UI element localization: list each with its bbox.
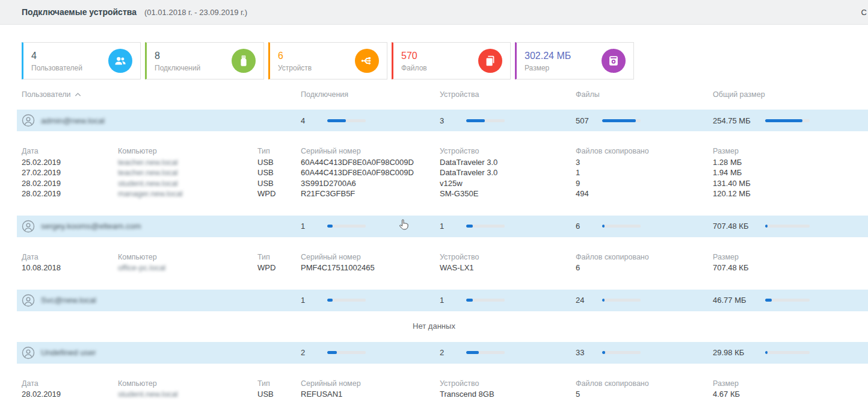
user-row-3[interactable]: Undefined user223329.98 КБ — [17, 342, 868, 364]
column-devices[interactable]: Устройства — [440, 90, 576, 99]
detail-column-6: Размер — [713, 252, 862, 263]
user-cell: sergey.kooms@elteam.com — [22, 220, 301, 233]
detail-files-copied: 494 — [576, 188, 713, 199]
no-data-row: Нет данных — [0, 311, 868, 342]
detail-device: SM-G350E — [440, 188, 576, 199]
detail-computer: manager.new.local — [118, 188, 257, 199]
detail-row: 28.02.2019student.new.localUSBREFUSAN1Tr… — [0, 389, 868, 400]
detail-row: 25.02.2019teacher.new.localUSB60A44C413D… — [0, 157, 868, 168]
summary-card-storage[interactable]: 302.24 МБРазмер — [515, 42, 634, 79]
devices-metric-bar — [466, 351, 505, 354]
storage-icon — [602, 49, 626, 73]
devices-metric-value: 2 — [440, 348, 466, 357]
devices-metric-bar — [466, 119, 505, 122]
detail-column-3: Серийный номер — [301, 379, 440, 390]
connections-metric-value: 4 — [301, 116, 327, 125]
summary-card-usb-hub[interactable]: 6Устройств — [268, 42, 387, 79]
detail-column-5: Файлов скопировано — [576, 252, 713, 263]
detail-date: 28.02.2019 — [22, 389, 118, 400]
card-value: 302.24 МБ — [525, 50, 571, 61]
usb-icon — [232, 49, 256, 73]
connections-metric-value: 2 — [301, 348, 327, 357]
detail-size: 131.40 МБ — [713, 178, 862, 189]
size-metric-value: 46.77 МБ — [713, 296, 765, 305]
files-icon — [478, 49, 502, 73]
user-name: Svc@new.local — [41, 296, 96, 305]
detail-date: 27.02.2019 — [22, 167, 118, 178]
user-avatar-icon — [22, 114, 35, 127]
size-metric-bar — [765, 351, 810, 354]
files-metric: 6 — [576, 222, 713, 231]
files-metric: 24 — [576, 296, 713, 305]
devices-metric: 3 — [440, 116, 576, 125]
user-row-0[interactable]: admin@new.local43507254.75 МБ — [17, 110, 868, 131]
detail-computer: student.new.local — [118, 389, 257, 400]
column-users-label: Пользователи — [22, 90, 71, 99]
detail-serial: 60A44C413DF8E0A0F98C009D — [301, 157, 440, 168]
detail-column-2: Тип — [257, 252, 301, 263]
user-cell: Svc@new.local — [22, 294, 301, 307]
detail-serial: PMF4C17511002465 — [301, 263, 440, 273]
size-metric-bar — [765, 225, 810, 228]
detail-computer: teacher.new.local — [118, 167, 257, 178]
summary-cards: 4Пользователей8Подключений6Устройств570Ф… — [0, 25, 868, 79]
files-metric-bar — [602, 351, 641, 354]
date-range: (01.01.2018 г. - 23.09.2019 г.) — [144, 8, 247, 17]
detail-computer: teacher.new.local — [118, 157, 257, 168]
detail-device: WAS-LX1 — [440, 263, 576, 273]
detail-serial: REFUSAN1 — [301, 389, 440, 400]
devices-metric-bar — [466, 225, 505, 228]
devices-metric: 1 — [440, 222, 576, 231]
size-metric: 707.48 КБ — [713, 222, 862, 231]
detail-type: USB — [257, 389, 301, 400]
summary-card-users[interactable]: 4Пользователей — [22, 42, 141, 79]
detail-type: USB — [257, 167, 301, 178]
column-total-size[interactable]: Общий размер — [713, 90, 862, 99]
detail-size: 4.67 КБ — [713, 389, 862, 400]
size-metric-value: 254.75 МБ — [713, 116, 765, 125]
detail-files-copied: 3 — [576, 157, 713, 168]
detail-column-5: Файлов скопировано — [576, 146, 713, 157]
connections-metric: 2 — [301, 348, 440, 357]
user-cell: admin@new.local — [22, 114, 301, 127]
detail-column-1: Компьютер — [118, 379, 257, 390]
detail-date: 28.02.2019 — [22, 188, 118, 199]
card-text: 6Устройств — [278, 50, 312, 72]
detail-column-4: Устройство — [440, 379, 576, 390]
card-label: Размер — [525, 64, 571, 72]
detail-column-0: Дата — [22, 252, 118, 263]
card-value: 6 — [278, 50, 312, 61]
user-row-2[interactable]: Svc@new.local112446.77 МБ — [17, 290, 868, 311]
connections-metric-bar — [327, 351, 366, 354]
summary-card-files[interactable]: 570Файлов — [392, 42, 511, 79]
header-right-truncated-link[interactable]: С — [861, 8, 867, 17]
column-users[interactable]: Пользователи — [22, 90, 301, 99]
user-row-1[interactable]: sergey.kooms@elteam.com116707.48 КБ — [17, 216, 868, 237]
detail-column-1: Компьютер — [118, 252, 257, 263]
detail-serial: 60A44C413DF8E0A0F98C009D — [301, 167, 440, 178]
files-metric-bar — [602, 225, 641, 228]
detail-size: 1.94 МБ — [713, 167, 862, 178]
detail-computer: office-pc.local — [118, 263, 257, 273]
files-metric-value: 6 — [576, 222, 602, 231]
devices-metric-bar — [466, 299, 505, 302]
card-text: 302.24 МБРазмер — [525, 50, 571, 72]
size-metric-value: 707.48 КБ — [713, 222, 765, 231]
header-bar: Подключаемые устройства (01.01.2018 г. -… — [0, 0, 868, 25]
files-metric: 33 — [576, 348, 713, 357]
user-name: sergey.kooms@elteam.com — [41, 222, 141, 231]
detail-device: v125w — [440, 178, 576, 189]
summary-card-usb[interactable]: 8Подключений — [145, 42, 264, 79]
card-label: Устройств — [278, 64, 312, 72]
connections-metric-bar — [327, 119, 366, 122]
detail-date: 10.08.2018 — [22, 263, 118, 273]
column-files[interactable]: Файлы — [576, 90, 713, 99]
devices-metric-value: 1 — [440, 222, 466, 231]
detail-column-0: Дата — [22, 379, 118, 390]
connections-metric-bar — [327, 299, 366, 302]
column-connections[interactable]: Подключения — [301, 90, 440, 99]
detail-type: USB — [257, 178, 301, 189]
detail-device: Transcend 8GB — [440, 389, 576, 400]
detail-date: 25.02.2019 — [22, 157, 118, 168]
devices-metric-value: 1 — [440, 296, 466, 305]
